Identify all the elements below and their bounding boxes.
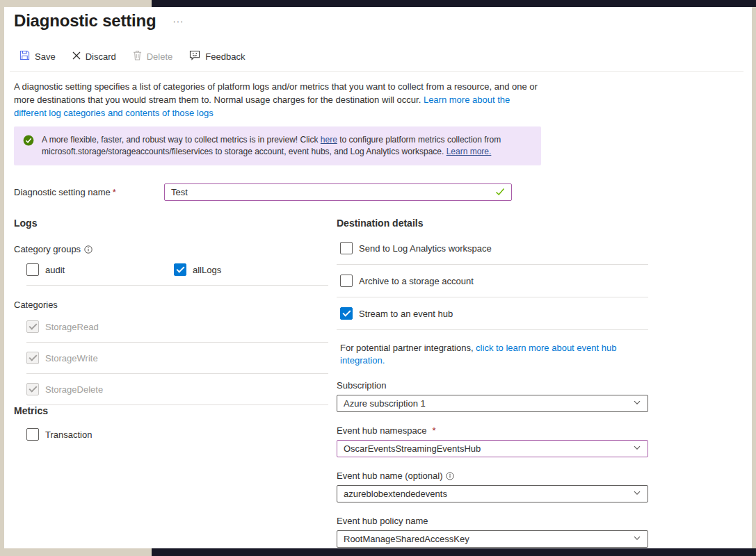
more-menu-button[interactable]: ··· bbox=[170, 15, 186, 28]
event-hub-policy-field: Event hub policy name RootManageSharedAc… bbox=[337, 516, 648, 548]
diagnostic-name-row: Diagnostic setting name* Test bbox=[14, 183, 743, 201]
chevron-down-icon bbox=[633, 489, 641, 499]
banner-learn-more-link[interactable]: Learn more. bbox=[447, 147, 492, 156]
feedback-smiley-icon bbox=[189, 50, 200, 63]
category-groups-label: Category groups bbox=[14, 244, 328, 254]
checkbox-audit[interactable]: audit bbox=[26, 263, 174, 276]
page-title: Diagnostic setting bbox=[14, 11, 156, 31]
banner-here-link[interactable]: here bbox=[321, 135, 337, 145]
checkbox-storageread: StorageRead bbox=[26, 320, 328, 333]
check-circle-icon bbox=[23, 135, 34, 149]
chevron-down-icon bbox=[633, 443, 641, 454]
archive-storage-checkbox-box[interactable] bbox=[340, 275, 353, 287]
log-analytics-checkbox-label: Send to Log Analytics workspace bbox=[359, 243, 492, 254]
discard-label: Discard bbox=[86, 51, 116, 62]
subscription-label-text: Subscription bbox=[337, 380, 387, 391]
storagedelete-checkbox-box bbox=[26, 383, 39, 395]
checkbox-transaction[interactable]: Transaction bbox=[26, 428, 328, 441]
storagewrite-checkbox-box bbox=[26, 352, 39, 364]
alllogs-checkbox-label: allLogs bbox=[193, 265, 221, 275]
checkbox-archive-storage[interactable]: Archive to a storage account bbox=[340, 275, 648, 287]
diagnostic-name-label-text: Diagnostic setting name bbox=[14, 187, 111, 197]
storagewrite-checkbox-label: StorageWrite bbox=[45, 353, 98, 363]
category-groups-row: audit allLogs bbox=[14, 263, 328, 276]
banner-text-1: A more flexible, faster, and robust way … bbox=[42, 135, 321, 145]
delete-button[interactable]: Delete bbox=[126, 47, 180, 65]
audit-checkbox-box[interactable] bbox=[26, 263, 39, 276]
diagnostic-name-label: Diagnostic setting name* bbox=[14, 187, 164, 197]
event-hub-policy-label: Event hub policy name bbox=[337, 516, 648, 526]
feedback-button[interactable]: Feedback bbox=[182, 47, 252, 65]
subscription-dropdown[interactable]: Azure subscription 1 bbox=[337, 395, 648, 412]
destination-row: Stream to an event hub bbox=[337, 297, 648, 330]
transaction-checkbox-box[interactable] bbox=[26, 428, 39, 441]
save-icon bbox=[19, 50, 30, 63]
feedback-label: Feedback bbox=[205, 51, 245, 62]
top-chrome-strip bbox=[152, 0, 756, 7]
alllogs-checkbox-box[interactable] bbox=[174, 263, 186, 276]
discard-button[interactable]: Discard bbox=[65, 49, 123, 65]
required-asterisk: * bbox=[113, 187, 116, 197]
metrics-section-heading: Metrics bbox=[14, 405, 328, 416]
event-hub-namespace-label: Event hub namespace* bbox=[337, 425, 648, 436]
destination-details-heading: Destination details bbox=[337, 218, 648, 229]
stream-event-hub-checkbox-label: Stream to an event hub bbox=[359, 309, 453, 319]
trash-icon bbox=[133, 50, 142, 63]
destination-options: Send to Log Analytics workspace Archive … bbox=[337, 232, 648, 330]
category-row: StorageRead bbox=[26, 311, 328, 343]
blade-header: Diagnostic setting ··· bbox=[10, 11, 743, 31]
event-hub-name-dropdown[interactable]: azureblobextendedevents bbox=[337, 485, 648, 502]
discard-icon bbox=[72, 51, 81, 62]
checkbox-storagedelete: StorageDelete bbox=[26, 383, 328, 395]
storageread-checkbox-box bbox=[26, 320, 39, 333]
checkbox-stream-event-hub[interactable]: Stream to an event hub bbox=[340, 307, 648, 320]
subscription-dropdown-value: Azure subscription 1 bbox=[344, 398, 426, 409]
archive-storage-checkbox-label: Archive to a storage account bbox=[359, 276, 474, 286]
categories-label-text: Categories bbox=[14, 300, 58, 310]
category-row: StorageWrite bbox=[26, 343, 328, 374]
diagnostic-name-value: Test bbox=[171, 187, 495, 197]
category-groups-label-text: Category groups bbox=[14, 244, 81, 254]
event-hub-namespace-label-text: Event hub namespace bbox=[337, 425, 426, 436]
event-hub-namespace-field: Event hub namespace* OscarEventsStreamin… bbox=[337, 425, 648, 457]
bottom-chrome-strip bbox=[152, 548, 756, 556]
stream-event-hub-checkbox-box[interactable] bbox=[340, 307, 353, 320]
logs-column: Logs Category groups audit bbox=[14, 218, 328, 548]
diagnostic-name-input[interactable]: Test bbox=[164, 183, 512, 201]
save-button[interactable]: Save bbox=[13, 47, 63, 65]
categories-label: Categories bbox=[14, 300, 328, 310]
categories-list: StorageRead StorageWrite bbox=[26, 311, 328, 405]
subscription-field: Subscription Azure subscription 1 bbox=[337, 380, 648, 412]
storageread-checkbox-label: StorageRead bbox=[45, 322, 99, 332]
subscription-label: Subscription bbox=[337, 380, 648, 391]
event-hub-policy-label-text: Event hub policy name bbox=[337, 516, 428, 526]
destination-row: Send to Log Analytics workspace bbox=[337, 232, 648, 265]
checkbox-send-to-log-analytics[interactable]: Send to Log Analytics workspace bbox=[340, 242, 648, 254]
event-hub-namespace-dropdown-value: OscarEventsStreamingEventsHub bbox=[344, 443, 481, 454]
info-icon[interactable] bbox=[446, 472, 454, 480]
preview-info-banner: A more flexible, faster, and robust way … bbox=[14, 126, 541, 165]
checkbox-alllogs[interactable]: allLogs bbox=[174, 263, 221, 276]
event-hub-name-label-text: Event hub name (optional) bbox=[337, 471, 442, 481]
divider bbox=[26, 285, 328, 286]
event-hub-name-dropdown-value: azureblobextendedevents bbox=[344, 489, 447, 499]
command-bar: Save Discard Delete bbox=[10, 46, 743, 72]
chevron-down-icon bbox=[633, 534, 641, 544]
partner-integration-text: For potential partner integrations, clic… bbox=[340, 342, 648, 367]
intro-text: A diagnostic setting specifies a list of… bbox=[14, 80, 541, 120]
logs-section-heading: Logs bbox=[14, 218, 328, 229]
event-hub-name-label: Event hub name (optional) bbox=[337, 471, 648, 481]
required-asterisk: * bbox=[432, 425, 435, 436]
event-hub-name-field: Event hub name (optional) azureblobexten… bbox=[337, 471, 648, 502]
delete-label: Delete bbox=[147, 51, 173, 62]
valid-check-icon bbox=[495, 186, 505, 199]
info-icon[interactable] bbox=[84, 245, 93, 254]
log-analytics-checkbox-box[interactable] bbox=[340, 242, 353, 254]
metrics-row: Transaction bbox=[14, 428, 328, 441]
event-hub-policy-dropdown[interactable]: RootManageSharedAccessKey bbox=[337, 530, 648, 548]
save-label: Save bbox=[35, 51, 56, 62]
checkbox-storagewrite: StorageWrite bbox=[26, 352, 328, 364]
storagedelete-checkbox-label: StorageDelete bbox=[45, 384, 103, 395]
audit-checkbox-label: audit bbox=[45, 265, 65, 275]
event-hub-namespace-dropdown[interactable]: OscarEventsStreamingEventsHub bbox=[337, 440, 648, 457]
